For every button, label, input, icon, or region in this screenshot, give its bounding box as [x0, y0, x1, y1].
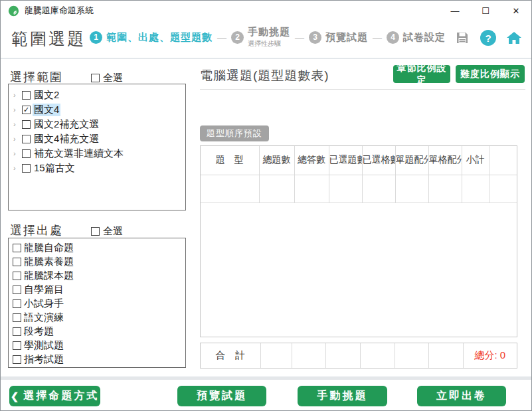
col-header-total-answers: 總答數	[294, 146, 329, 175]
step-2-label: 手動挑題	[248, 26, 290, 39]
source-checkbox[interactable]	[13, 286, 21, 294]
expand-chevron-icon[interactable]: ›	[13, 164, 22, 172]
expand-chevron-icon[interactable]: ›	[13, 149, 22, 157]
source-checkbox[interactable]	[13, 327, 21, 336]
source-item-label[interactable]: 小試身手	[24, 297, 64, 310]
tree-item-label[interactable]: 國文4	[33, 104, 60, 116]
save-icon[interactable]	[454, 30, 470, 46]
expand-chevron-icon[interactable]: ›	[13, 106, 22, 114]
question-type-order-button[interactable]: 題型順序預設	[200, 125, 269, 141]
source-checkbox[interactable]	[13, 341, 21, 350]
expand-chevron-icon[interactable]: ›	[13, 120, 22, 128]
range-select-all-checkbox[interactable]	[91, 74, 100, 82]
list-item[interactable]: 龍騰素養題	[9, 255, 185, 269]
tree-checkbox[interactable]: ✓	[22, 106, 31, 114]
source-item-label[interactable]: 自學篇目	[24, 284, 64, 296]
app-logo-icon	[8, 5, 19, 17]
source-item-label[interactable]: 學測試題	[24, 339, 64, 352]
tree-checkbox[interactable]	[22, 135, 31, 143]
list-item[interactable]: 指考試題	[9, 353, 185, 367]
tree-item-label[interactable]: 補充文選非連續文本	[33, 147, 125, 160]
list-item[interactable]: 龍騰自命題	[9, 241, 185, 255]
source-checkbox[interactable]	[13, 258, 21, 266]
list-item[interactable]: 小試身手	[9, 297, 185, 311]
tree-item-label[interactable]: 國文2	[33, 89, 60, 102]
source-list[interactable]: 龍騰自命題 龍騰素養題 龍騰課本題 自學篇目 小試身手 語文演練 段考題 學測試…	[8, 238, 186, 368]
tree-item-noncontinuous-text[interactable]: › 補充文選非連續文本	[9, 146, 185, 161]
col-header-selected-questions: 已選題數	[329, 146, 362, 175]
window-title: 龍騰題庫命題系統	[25, 5, 94, 17]
range-panel-title: 選擇範圍	[10, 69, 63, 85]
total-score-value: 0	[500, 349, 505, 361]
tree-item-15-classics[interactable]: › 15篇古文	[9, 161, 185, 175]
tree-checkbox[interactable]	[22, 120, 31, 129]
source-checkbox[interactable]	[13, 313, 21, 322]
list-item[interactable]: 學測試題	[9, 339, 185, 353]
step-1-label: 範圍、出處、題型題數	[106, 31, 213, 44]
tree-item-guowen2-supplement[interactable]: › 國文2補充文選	[9, 117, 185, 131]
header: 範圍選題 1 範圍、出處、題型題數 — 2 手動挑題 選擇性步驟 — 3 預覽試…	[1, 21, 531, 59]
step-3-preview[interactable]: 3 預覽試題	[309, 31, 368, 44]
source-select-all-checkbox[interactable]	[91, 227, 100, 236]
tree-checkbox[interactable]	[22, 91, 31, 100]
col-header-subtotal: 小計	[462, 146, 489, 175]
step-1-range[interactable]: 1 範圍、出處、題型題數	[90, 31, 213, 44]
source-item-label[interactable]: 龍騰課本題	[24, 270, 74, 282]
source-item-label[interactable]: 龍騰素養題	[24, 256, 74, 268]
source-item-label[interactable]: 龍騰自命題	[24, 242, 74, 254]
back-button-label: 選擇命題方式	[23, 389, 99, 403]
close-button[interactable]: ✕	[501, 1, 531, 21]
total-label-cell: 合 計	[201, 343, 260, 368]
expand-chevron-icon[interactable]: ›	[13, 91, 22, 99]
step-4-paper-settings[interactable]: 4 試卷設定	[387, 31, 446, 44]
step-4-label: 試卷設定	[403, 31, 446, 44]
list-item[interactable]: 自學篇目	[9, 283, 185, 297]
step-2-manual-pick[interactable]: 2 手動挑題 選擇性步驟	[231, 26, 290, 48]
source-checkbox[interactable]	[13, 244, 21, 252]
tree-item-guowen2[interactable]: › 國文2	[9, 88, 185, 102]
tree-item-label[interactable]: 國文2補充文選	[33, 118, 100, 131]
source-select-all-label: 全選	[103, 225, 123, 238]
source-checkbox[interactable]	[13, 272, 21, 280]
range-tree[interactable]: › 國文2 › ✓ 國文4 › 國文2補充文選 › 國文4補充文選 › 補充文選…	[8, 84, 186, 210]
col-header-type: 題 型	[201, 146, 259, 175]
tree-checkbox[interactable]	[22, 149, 31, 158]
source-checkbox[interactable]	[13, 355, 21, 364]
source-checkbox[interactable]	[13, 299, 21, 308]
tree-checkbox[interactable]	[22, 164, 31, 173]
source-item-label[interactable]: 指考試題	[24, 353, 64, 366]
divider	[1, 376, 531, 380]
table-header-row: 題 型 總題數 總答數 已選題數 已選格數 單題配分 單格配分 小計	[201, 146, 517, 175]
tree-item-label[interactable]: 15篇古文	[33, 162, 76, 175]
step-1-badge: 1	[90, 31, 102, 44]
help-icon[interactable]: ?	[480, 30, 496, 46]
step-3-badge: 3	[309, 31, 321, 44]
main-panel-title: 電腦選題(題型題數表)	[200, 67, 329, 84]
step-4-badge: 4	[387, 31, 399, 44]
chapter-ratio-button[interactable]: 章節比例設定	[393, 65, 450, 83]
list-item[interactable]: 龍騰課本題	[9, 269, 185, 283]
tree-item-guowen4[interactable]: › ✓ 國文4	[9, 102, 185, 117]
source-select-all[interactable]: 全選	[91, 225, 123, 238]
col-header-total-questions: 總題數	[259, 146, 294, 175]
source-item-label[interactable]: 語文演練	[24, 311, 64, 324]
preview-questions-button[interactable]: 預覽試題	[177, 386, 266, 406]
source-item-label[interactable]: 段考題	[24, 325, 54, 338]
generate-paper-button[interactable]: 立即出卷	[417, 386, 506, 406]
maximize-button[interactable]: ☐	[470, 1, 501, 21]
tree-item-guowen4-supplement[interactable]: › 國文4補充文選	[9, 131, 185, 146]
difficulty-ratio-button[interactable]: 難度比例顯示	[456, 65, 525, 83]
manual-pick-button[interactable]: 手動挑題	[298, 386, 387, 406]
list-item[interactable]: 語文演練	[9, 311, 185, 325]
step-2-sublabel: 選擇性步驟	[248, 39, 290, 48]
list-item[interactable]: 段考題	[9, 325, 185, 339]
title-bar: 龍騰題庫命題系統 — ☐ ✕	[1, 1, 531, 21]
tree-item-label[interactable]: 國文4補充文選	[33, 133, 100, 145]
minimize-button[interactable]: —	[440, 1, 470, 21]
chevron-left-icon: ❮	[11, 390, 19, 402]
back-to-mode-button[interactable]: ❮ 選擇命題方式	[9, 386, 100, 406]
expand-chevron-icon[interactable]: ›	[13, 135, 22, 143]
home-icon[interactable]	[506, 30, 522, 46]
range-select-all[interactable]: 全選	[91, 72, 123, 84]
total-score-label: 總分:	[474, 349, 497, 361]
